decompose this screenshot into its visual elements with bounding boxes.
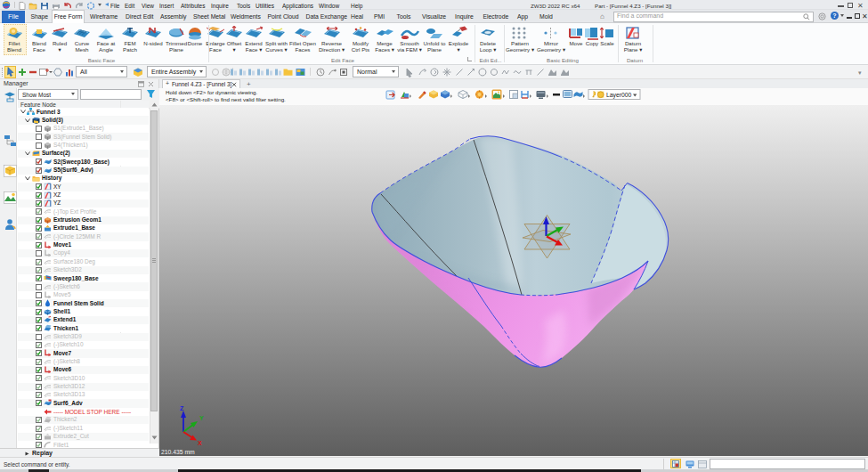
svg-text:Z: Z (180, 405, 184, 411)
svg-text:Hold down <F2> for dynamic vie: Hold down <F2> for dynamic viewing. (166, 89, 257, 95)
svg-text:210.435 mm: 210.435 mm (161, 449, 195, 455)
svg-text:Y: Y (199, 415, 204, 421)
svg-text:Layer000: Layer000 (606, 92, 632, 99)
svg-text:<F8> or <Shift-roll> to find n: <F8> or <Shift-roll> to find next valid … (166, 96, 286, 102)
svg-text:X: X (198, 440, 202, 446)
